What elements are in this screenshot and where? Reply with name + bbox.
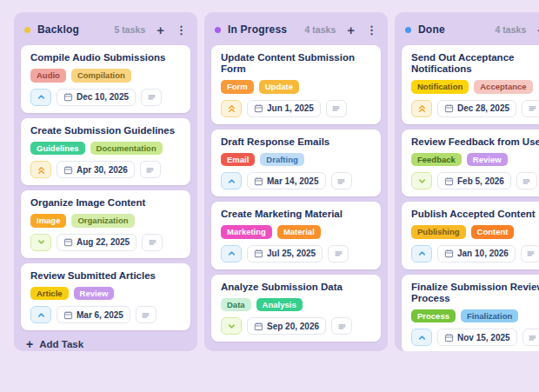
tag-badge: Review: [467, 153, 508, 167]
tag-badge: Process: [411, 309, 456, 323]
column-menu-icon: ⋮: [176, 23, 187, 37]
priority-button[interactable]: [221, 172, 242, 189]
tag-badge: Content: [471, 225, 515, 239]
calendar-icon: [444, 176, 454, 186]
priority-button[interactable]: [30, 306, 51, 323]
notes-button[interactable]: [522, 329, 539, 346]
kanban-column: In Progress 4 tasks + ⋮ Update Content S…: [204, 12, 388, 351]
tag-list: EmailDrafting: [221, 153, 371, 167]
due-date-label: Jul 25, 2025: [267, 249, 316, 258]
priority-button[interactable]: [30, 89, 51, 106]
card-title: Analyze Submission Data: [221, 282, 371, 293]
calendar-icon: [254, 322, 263, 331]
add-card-button[interactable]: +: [156, 23, 164, 37]
card-title: Create Submission Guidelines: [30, 125, 181, 136]
priority-button[interactable]: [411, 172, 432, 189]
tag-badge: Acceptance: [474, 80, 532, 94]
column-title: Backlog: [37, 23, 115, 36]
tag-list: ImageOrganization: [30, 214, 181, 228]
task-card[interactable]: Review Submitted Articles ArticleReview …: [21, 263, 190, 331]
due-date-button[interactable]: Apr 30, 2026: [57, 161, 135, 178]
due-date-button[interactable]: Aug 22, 2025: [57, 234, 136, 251]
task-card[interactable]: Create Submission Guidelines GuidelinesD…: [21, 118, 190, 186]
card-meta-row: Sep 20, 2026: [221, 317, 371, 335]
chevron-down-icon: [417, 176, 427, 186]
priority-button[interactable]: [411, 100, 432, 117]
card-meta-row: Jul 25, 2025: [221, 245, 371, 262]
notes-button[interactable]: [142, 234, 163, 251]
column-title: In Progress: [228, 23, 305, 36]
chevrons-up-icon: [37, 165, 46, 175]
due-date-button[interactable]: Mar 6, 2025: [57, 306, 130, 323]
column-menu-button[interactable]: ⋮: [176, 24, 187, 36]
task-card[interactable]: Analyze Submission Data DataAnalysis Sep…: [211, 275, 381, 342]
notes-button[interactable]: [328, 245, 349, 262]
due-date-label: Dec 28, 2025: [457, 103, 509, 113]
tag-list: DataAnalysis: [221, 298, 371, 312]
column-task-count: 4 tasks: [305, 24, 336, 35]
due-date-button[interactable]: Jun 1, 2025: [247, 100, 321, 117]
priority-button[interactable]: [221, 100, 242, 117]
notes-lines-icon: [141, 310, 150, 320]
notes-lines-icon: [331, 103, 341, 113]
notes-button[interactable]: [326, 100, 347, 117]
column-status-dot-icon: [405, 27, 411, 33]
notes-button[interactable]: [331, 172, 352, 189]
column-header: In Progress 4 tasks + ⋮: [204, 12, 388, 43]
priority-button[interactable]: [221, 317, 242, 335]
task-card[interactable]: Draft Response Emails EmailDrafting Mar …: [211, 130, 381, 197]
task-card[interactable]: Update Content Submission Form FormUpdat…: [211, 45, 381, 124]
add-task-plus-icon: +: [26, 337, 33, 351]
card-meta-row: Mar 6, 2025: [30, 306, 181, 323]
due-date-button[interactable]: Jan 10, 2026: [437, 245, 516, 262]
card-title: Publish Accepted Content: [411, 209, 539, 220]
notes-lines-icon: [528, 103, 537, 113]
task-card[interactable]: Organize Image Content ImageOrganization…: [21, 190, 190, 258]
card-meta-row: Dec 28, 2025: [411, 100, 539, 117]
due-date-button[interactable]: Jul 25, 2025: [247, 245, 323, 262]
priority-button[interactable]: [411, 329, 432, 346]
calendar-icon: [254, 103, 263, 113]
notes-button[interactable]: [522, 100, 539, 117]
priority-button[interactable]: [30, 234, 51, 251]
tag-list: ProcessFinalization: [411, 309, 539, 323]
due-date-button[interactable]: Feb 5, 2026: [437, 172, 511, 189]
tag-badge: Update: [259, 80, 299, 94]
notes-button[interactable]: [516, 172, 537, 189]
add-task-button[interactable]: + Add Task: [14, 330, 197, 351]
priority-button[interactable]: [411, 245, 432, 262]
due-date-button[interactable]: Dec 28, 2025: [437, 100, 516, 117]
due-date-button[interactable]: Mar 14, 2025: [247, 172, 326, 189]
task-card[interactable]: Compile Audio Submissions AudioCompilati…: [21, 45, 190, 113]
priority-button[interactable]: [221, 245, 242, 262]
add-task-button[interactable]: + Add Task: [204, 342, 388, 351]
card-meta-row: Feb 5, 2026: [411, 172, 539, 189]
card-meta-row: Jan 10, 2026: [411, 245, 539, 262]
due-date-button[interactable]: Sep 20, 2026: [247, 317, 326, 335]
due-date-button[interactable]: Dec 10, 2025: [57, 89, 136, 106]
column-status-dot-icon: [24, 27, 30, 33]
task-card[interactable]: Review Feedback from Users FeedbackRevie…: [402, 130, 539, 197]
tag-badge: Email: [221, 153, 255, 167]
calendar-icon: [444, 103, 454, 113]
notes-button[interactable]: [136, 306, 156, 323]
notes-button[interactable]: [140, 161, 161, 178]
task-card[interactable]: Publish Accepted Content PublishingConte…: [402, 202, 539, 269]
task-card[interactable]: Create Marketing Material MarketingMater…: [211, 202, 381, 269]
task-card[interactable]: Send Out Acceptance Notifications Notifi…: [402, 45, 539, 124]
notes-button[interactable]: [331, 317, 352, 335]
due-date-button[interactable]: Nov 15, 2025: [437, 329, 517, 346]
notes-button[interactable]: [521, 245, 539, 262]
task-card[interactable]: Finalize Submission Review Process Proce…: [402, 275, 539, 352]
tag-badge: Notification: [411, 80, 469, 94]
priority-button[interactable]: [30, 161, 51, 178]
add-task-plus-icon: +: [216, 349, 223, 351]
add-card-button[interactable]: +: [347, 23, 355, 37]
calendar-icon: [444, 249, 454, 258]
add-task-label: Add Task: [230, 350, 274, 351]
column-menu-button[interactable]: ⋮: [366, 24, 377, 36]
chevron-up-icon: [37, 92, 46, 102]
card-list: Update Content Submission Form FormUpdat…: [204, 43, 388, 342]
tag-badge: Data: [221, 298, 251, 312]
notes-button[interactable]: [141, 89, 162, 106]
